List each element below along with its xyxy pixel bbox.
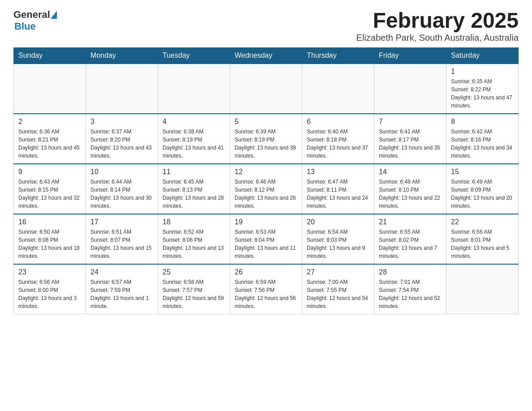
- calendar-header-thursday: Thursday: [302, 47, 374, 64]
- day-number: 21: [379, 218, 442, 226]
- calendar-week-row: 2Sunrise: 6:36 AM Sunset: 8:21 PM Daylig…: [14, 114, 519, 164]
- calendar-week-row: 9Sunrise: 6:43 AM Sunset: 8:15 PM Daylig…: [14, 164, 519, 214]
- day-number: 23: [18, 268, 81, 276]
- calendar-cell: [158, 64, 230, 114]
- day-number: 22: [451, 218, 514, 226]
- day-info: Sunrise: 6:41 AM Sunset: 8:17 PM Dayligh…: [379, 128, 442, 160]
- calendar-cell: [14, 64, 86, 114]
- day-info: Sunrise: 6:39 AM Sunset: 8:19 PM Dayligh…: [235, 128, 297, 160]
- title-block: February 2025 Elizabeth Park, South Aust…: [356, 9, 519, 43]
- day-number: 9: [18, 168, 81, 176]
- day-info: Sunrise: 6:51 AM Sunset: 8:07 PM Dayligh…: [90, 228, 153, 260]
- day-info: Sunrise: 6:36 AM Sunset: 8:21 PM Dayligh…: [18, 128, 81, 160]
- calendar-cell: 19Sunrise: 6:53 AM Sunset: 8:04 PM Dayli…: [230, 214, 302, 264]
- calendar-cell: 28Sunrise: 7:01 AM Sunset: 7:54 PM Dayli…: [374, 264, 446, 314]
- calendar-header-saturday: Saturday: [446, 47, 519, 64]
- day-info: Sunrise: 6:40 AM Sunset: 8:18 PM Dayligh…: [307, 128, 369, 160]
- day-info: Sunrise: 6:45 AM Sunset: 8:13 PM Dayligh…: [163, 178, 225, 210]
- day-number: 12: [235, 168, 297, 176]
- day-number: 1: [451, 68, 514, 76]
- calendar-week-row: 23Sunrise: 6:56 AM Sunset: 8:00 PM Dayli…: [14, 264, 519, 314]
- calendar-cell: 27Sunrise: 7:00 AM Sunset: 7:55 PM Dayli…: [302, 264, 374, 314]
- calendar-cell: [86, 64, 158, 114]
- day-number: 13: [307, 168, 369, 176]
- page-title: February 2025: [356, 9, 519, 33]
- day-info: Sunrise: 6:53 AM Sunset: 8:04 PM Dayligh…: [235, 228, 297, 260]
- day-number: 7: [379, 118, 442, 126]
- day-info: Sunrise: 6:52 AM Sunset: 8:06 PM Dayligh…: [163, 228, 225, 260]
- calendar-cell: 15Sunrise: 6:49 AM Sunset: 8:09 PM Dayli…: [446, 164, 519, 214]
- day-number: 5: [235, 118, 297, 126]
- day-number: 3: [90, 118, 153, 126]
- calendar-cell: 1Sunrise: 6:35 AM Sunset: 8:22 PM Daylig…: [446, 64, 519, 114]
- day-info: Sunrise: 6:38 AM Sunset: 8:19 PM Dayligh…: [163, 128, 225, 160]
- day-info: Sunrise: 6:44 AM Sunset: 8:14 PM Dayligh…: [90, 178, 153, 210]
- calendar-cell: 2Sunrise: 6:36 AM Sunset: 8:21 PM Daylig…: [14, 114, 86, 164]
- day-number: 14: [379, 168, 442, 176]
- day-number: 25: [163, 268, 225, 276]
- calendar-cell: 8Sunrise: 6:42 AM Sunset: 8:16 PM Daylig…: [446, 114, 519, 164]
- day-number: 11: [163, 168, 225, 176]
- calendar-header-wednesday: Wednesday: [230, 47, 302, 64]
- calendar-week-row: 1Sunrise: 6:35 AM Sunset: 8:22 PM Daylig…: [14, 64, 519, 114]
- calendar-cell: 24Sunrise: 6:57 AM Sunset: 7:59 PM Dayli…: [86, 264, 158, 314]
- day-number: 6: [307, 118, 369, 126]
- calendar-cell: 12Sunrise: 6:46 AM Sunset: 8:12 PM Dayli…: [230, 164, 302, 214]
- day-info: Sunrise: 6:50 AM Sunset: 8:08 PM Dayligh…: [18, 228, 81, 260]
- logo: General Blue: [13, 9, 57, 32]
- day-info: Sunrise: 6:37 AM Sunset: 8:20 PM Dayligh…: [90, 128, 153, 160]
- day-info: Sunrise: 7:01 AM Sunset: 7:54 PM Dayligh…: [379, 278, 442, 310]
- calendar-cell: 3Sunrise: 6:37 AM Sunset: 8:20 PM Daylig…: [86, 114, 158, 164]
- day-info: Sunrise: 6:57 AM Sunset: 7:59 PM Dayligh…: [90, 278, 153, 310]
- calendar-table: SundayMondayTuesdayWednesdayThursdayFrid…: [13, 47, 519, 314]
- calendar-cell: 11Sunrise: 6:45 AM Sunset: 8:13 PM Dayli…: [158, 164, 230, 214]
- calendar-cell: 4Sunrise: 6:38 AM Sunset: 8:19 PM Daylig…: [158, 114, 230, 164]
- day-info: Sunrise: 6:46 AM Sunset: 8:12 PM Dayligh…: [235, 178, 297, 210]
- day-info: Sunrise: 6:56 AM Sunset: 8:00 PM Dayligh…: [18, 278, 81, 310]
- day-number: 18: [163, 218, 225, 226]
- calendar-cell: 26Sunrise: 6:59 AM Sunset: 7:56 PM Dayli…: [230, 264, 302, 314]
- calendar-header-row: SundayMondayTuesdayWednesdayThursdayFrid…: [14, 47, 519, 64]
- calendar-cell: 22Sunrise: 6:56 AM Sunset: 8:01 PM Dayli…: [446, 214, 519, 264]
- day-info: Sunrise: 6:58 AM Sunset: 7:57 PM Dayligh…: [163, 278, 225, 310]
- day-number: 17: [90, 218, 153, 226]
- day-number: 24: [90, 268, 153, 276]
- calendar-header-monday: Monday: [86, 47, 158, 64]
- calendar-cell: 10Sunrise: 6:44 AM Sunset: 8:14 PM Dayli…: [86, 164, 158, 214]
- day-number: 19: [235, 218, 297, 226]
- logo-blue-text: Blue: [14, 21, 36, 32]
- day-number: 20: [307, 218, 369, 226]
- day-info: Sunrise: 6:54 AM Sunset: 8:03 PM Dayligh…: [307, 228, 369, 260]
- day-info: Sunrise: 6:59 AM Sunset: 7:56 PM Dayligh…: [235, 278, 297, 310]
- calendar-cell: 17Sunrise: 6:51 AM Sunset: 8:07 PM Dayli…: [86, 214, 158, 264]
- day-info: Sunrise: 7:00 AM Sunset: 7:55 PM Dayligh…: [307, 278, 369, 310]
- day-number: 15: [451, 168, 514, 176]
- day-info: Sunrise: 6:43 AM Sunset: 8:15 PM Dayligh…: [18, 178, 81, 210]
- calendar-cell: 6Sunrise: 6:40 AM Sunset: 8:18 PM Daylig…: [302, 114, 374, 164]
- calendar-cell: 25Sunrise: 6:58 AM Sunset: 7:57 PM Dayli…: [158, 264, 230, 314]
- calendar-cell: 20Sunrise: 6:54 AM Sunset: 8:03 PM Dayli…: [302, 214, 374, 264]
- calendar-cell: 5Sunrise: 6:39 AM Sunset: 8:19 PM Daylig…: [230, 114, 302, 164]
- page-header: General Blue February 2025 Elizabeth Par…: [13, 9, 519, 43]
- day-number: 28: [379, 268, 442, 276]
- day-number: 16: [18, 218, 81, 226]
- calendar-cell: 7Sunrise: 6:41 AM Sunset: 8:17 PM Daylig…: [374, 114, 446, 164]
- calendar-header-tuesday: Tuesday: [158, 47, 230, 64]
- day-info: Sunrise: 6:48 AM Sunset: 8:10 PM Dayligh…: [379, 178, 442, 210]
- day-info: Sunrise: 6:47 AM Sunset: 8:11 PM Dayligh…: [307, 178, 369, 210]
- day-info: Sunrise: 6:42 AM Sunset: 8:16 PM Dayligh…: [451, 128, 514, 160]
- page-subtitle: Elizabeth Park, South Australia, Austral…: [356, 33, 519, 43]
- calendar-header-friday: Friday: [374, 47, 446, 64]
- calendar-cell: 23Sunrise: 6:56 AM Sunset: 8:00 PM Dayli…: [14, 264, 86, 314]
- day-info: Sunrise: 6:55 AM Sunset: 8:02 PM Dayligh…: [379, 228, 442, 260]
- calendar-cell: 16Sunrise: 6:50 AM Sunset: 8:08 PM Dayli…: [14, 214, 86, 264]
- calendar-cell: [302, 64, 374, 114]
- day-info: Sunrise: 6:56 AM Sunset: 8:01 PM Dayligh…: [451, 228, 514, 260]
- calendar-cell: 13Sunrise: 6:47 AM Sunset: 8:11 PM Dayli…: [302, 164, 374, 214]
- day-info: Sunrise: 6:35 AM Sunset: 8:22 PM Dayligh…: [451, 77, 514, 110]
- calendar-cell: 18Sunrise: 6:52 AM Sunset: 8:06 PM Dayli…: [158, 214, 230, 264]
- day-number: 4: [163, 118, 225, 126]
- calendar-week-row: 16Sunrise: 6:50 AM Sunset: 8:08 PM Dayli…: [14, 214, 519, 264]
- calendar-cell: [446, 264, 519, 314]
- calendar-cell: [374, 64, 446, 114]
